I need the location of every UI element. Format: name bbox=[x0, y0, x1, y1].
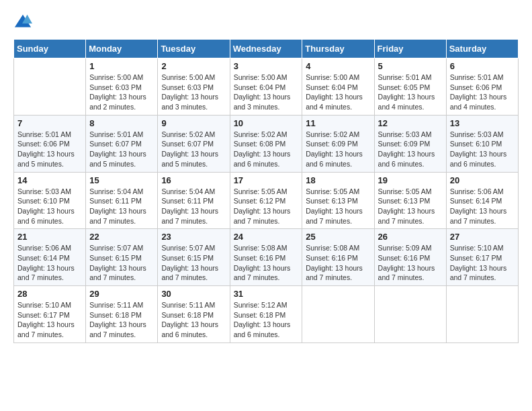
calendar-cell: 16Sunrise: 5:04 AMSunset: 6:11 PMDayligh… bbox=[158, 172, 230, 229]
day-number: 26 bbox=[378, 232, 443, 242]
cell-content: Sunrise: 5:05 AMSunset: 6:13 PMDaylight:… bbox=[378, 187, 443, 226]
calendar-cell bbox=[14, 58, 86, 116]
calendar-cell: 23Sunrise: 5:07 AMSunset: 6:15 PMDayligh… bbox=[158, 229, 230, 286]
cell-content: Sunrise: 5:03 AMSunset: 6:10 PMDaylight:… bbox=[450, 130, 515, 169]
calendar-cell: 3Sunrise: 5:00 AMSunset: 6:04 PMDaylight… bbox=[230, 58, 302, 116]
day-number: 19 bbox=[378, 175, 443, 185]
cell-content: Sunrise: 5:02 AMSunset: 6:08 PMDaylight:… bbox=[234, 130, 299, 169]
day-number: 31 bbox=[234, 289, 299, 299]
cell-content: Sunrise: 5:02 AMSunset: 6:09 PMDaylight:… bbox=[306, 130, 370, 169]
calendar-cell: 8Sunrise: 5:01 AMSunset: 6:07 PMDaylight… bbox=[86, 115, 158, 172]
calendar-cell: 30Sunrise: 5:11 AMSunset: 6:18 PMDayligh… bbox=[158, 286, 230, 343]
day-number: 5 bbox=[378, 61, 443, 71]
day-number: 22 bbox=[89, 232, 154, 242]
day-number: 13 bbox=[450, 118, 515, 128]
calendar-cell: 1Sunrise: 5:00 AMSunset: 6:03 PMDaylight… bbox=[86, 58, 158, 116]
cell-content: Sunrise: 5:05 AMSunset: 6:13 PMDaylight:… bbox=[306, 187, 370, 226]
day-number: 27 bbox=[450, 232, 515, 242]
calendar-cell: 2Sunrise: 5:00 AMSunset: 6:03 PMDaylight… bbox=[158, 58, 230, 116]
day-number: 25 bbox=[306, 232, 370, 242]
calendar-header-row: SundayMondayTuesdayWednesdayThursdayFrid… bbox=[14, 40, 519, 58]
calendar-cell: 28Sunrise: 5:10 AMSunset: 6:17 PMDayligh… bbox=[14, 286, 86, 343]
day-number: 7 bbox=[17, 118, 82, 128]
day-number: 4 bbox=[306, 61, 370, 71]
calendar-cell: 25Sunrise: 5:08 AMSunset: 6:16 PMDayligh… bbox=[302, 229, 374, 286]
calendar-week-row: 1Sunrise: 5:00 AMSunset: 6:03 PMDaylight… bbox=[14, 58, 519, 116]
calendar-cell bbox=[374, 286, 446, 343]
calendar-cell: 4Sunrise: 5:00 AMSunset: 6:04 PMDaylight… bbox=[302, 58, 374, 116]
calendar-cell: 9Sunrise: 5:02 AMSunset: 6:07 PMDaylight… bbox=[158, 115, 230, 172]
day-number: 30 bbox=[161, 289, 226, 299]
day-number: 24 bbox=[234, 232, 299, 242]
cell-content: Sunrise: 5:10 AMSunset: 6:17 PMDaylight:… bbox=[450, 243, 515, 283]
weekday-header: Monday bbox=[86, 40, 158, 58]
calendar-cell: 12Sunrise: 5:03 AMSunset: 6:09 PMDayligh… bbox=[374, 115, 446, 172]
cell-content: Sunrise: 5:08 AMSunset: 6:16 PMDaylight:… bbox=[234, 243, 299, 283]
day-number: 15 bbox=[89, 175, 154, 185]
day-number: 2 bbox=[161, 61, 226, 71]
calendar-cell: 14Sunrise: 5:03 AMSunset: 6:10 PMDayligh… bbox=[14, 172, 86, 229]
calendar-cell bbox=[446, 286, 518, 343]
day-number: 8 bbox=[89, 118, 154, 128]
cell-content: Sunrise: 5:10 AMSunset: 6:17 PMDaylight:… bbox=[17, 300, 82, 340]
calendar-cell: 24Sunrise: 5:08 AMSunset: 6:16 PMDayligh… bbox=[230, 229, 302, 286]
page-header bbox=[13, 13, 519, 32]
calendar-cell: 22Sunrise: 5:07 AMSunset: 6:15 PMDayligh… bbox=[86, 229, 158, 286]
cell-content: Sunrise: 5:02 AMSunset: 6:07 PMDaylight:… bbox=[161, 130, 226, 169]
calendar-week-row: 7Sunrise: 5:01 AMSunset: 6:06 PMDaylight… bbox=[14, 115, 519, 172]
cell-content: Sunrise: 5:00 AMSunset: 6:04 PMDaylight:… bbox=[306, 73, 370, 112]
weekday-header: Saturday bbox=[446, 40, 518, 58]
cell-content: Sunrise: 5:07 AMSunset: 6:15 PMDaylight:… bbox=[89, 243, 154, 283]
cell-content: Sunrise: 5:04 AMSunset: 6:11 PMDaylight:… bbox=[89, 187, 154, 226]
calendar-cell: 21Sunrise: 5:06 AMSunset: 6:14 PMDayligh… bbox=[14, 229, 86, 286]
calendar-cell: 10Sunrise: 5:02 AMSunset: 6:08 PMDayligh… bbox=[230, 115, 302, 172]
weekday-header: Tuesday bbox=[158, 40, 230, 58]
calendar-cell: 7Sunrise: 5:01 AMSunset: 6:06 PMDaylight… bbox=[14, 115, 86, 172]
cell-content: Sunrise: 5:01 AMSunset: 6:07 PMDaylight:… bbox=[89, 130, 154, 169]
day-number: 23 bbox=[161, 232, 226, 242]
calendar-cell: 18Sunrise: 5:05 AMSunset: 6:13 PMDayligh… bbox=[302, 172, 374, 229]
calendar-week-row: 28Sunrise: 5:10 AMSunset: 6:17 PMDayligh… bbox=[14, 286, 519, 343]
calendar-cell: 19Sunrise: 5:05 AMSunset: 6:13 PMDayligh… bbox=[374, 172, 446, 229]
calendar-week-row: 14Sunrise: 5:03 AMSunset: 6:10 PMDayligh… bbox=[14, 172, 519, 229]
weekday-header: Wednesday bbox=[230, 40, 302, 58]
cell-content: Sunrise: 5:12 AMSunset: 6:18 PMDaylight:… bbox=[234, 300, 299, 340]
cell-content: Sunrise: 5:05 AMSunset: 6:12 PMDaylight:… bbox=[234, 187, 299, 226]
calendar-cell: 17Sunrise: 5:05 AMSunset: 6:12 PMDayligh… bbox=[230, 172, 302, 229]
logo bbox=[13, 13, 35, 32]
calendar-week-row: 21Sunrise: 5:06 AMSunset: 6:14 PMDayligh… bbox=[14, 229, 519, 286]
cell-content: Sunrise: 5:03 AMSunset: 6:09 PMDaylight:… bbox=[378, 130, 443, 169]
cell-content: Sunrise: 5:03 AMSunset: 6:10 PMDaylight:… bbox=[17, 187, 82, 226]
day-number: 28 bbox=[17, 289, 82, 299]
cell-content: Sunrise: 5:09 AMSunset: 6:16 PMDaylight:… bbox=[378, 243, 443, 283]
cell-content: Sunrise: 5:04 AMSunset: 6:11 PMDaylight:… bbox=[161, 187, 226, 226]
day-number: 12 bbox=[378, 118, 443, 128]
cell-content: Sunrise: 5:11 AMSunset: 6:18 PMDaylight:… bbox=[161, 300, 226, 340]
cell-content: Sunrise: 5:01 AMSunset: 6:05 PMDaylight:… bbox=[378, 73, 443, 112]
day-number: 16 bbox=[161, 175, 226, 185]
cell-content: Sunrise: 5:01 AMSunset: 6:06 PMDaylight:… bbox=[450, 73, 515, 112]
calendar-cell bbox=[302, 286, 374, 343]
cell-content: Sunrise: 5:00 AMSunset: 6:03 PMDaylight:… bbox=[89, 73, 154, 112]
cell-content: Sunrise: 5:06 AMSunset: 6:14 PMDaylight:… bbox=[450, 187, 515, 226]
day-number: 18 bbox=[306, 175, 370, 185]
day-number: 10 bbox=[234, 118, 299, 128]
day-number: 14 bbox=[17, 175, 82, 185]
calendar-table: SundayMondayTuesdayWednesdayThursdayFrid… bbox=[13, 39, 519, 343]
calendar-cell: 26Sunrise: 5:09 AMSunset: 6:16 PMDayligh… bbox=[374, 229, 446, 286]
day-number: 3 bbox=[234, 61, 299, 71]
calendar-cell: 31Sunrise: 5:12 AMSunset: 6:18 PMDayligh… bbox=[230, 286, 302, 343]
calendar-cell: 15Sunrise: 5:04 AMSunset: 6:11 PMDayligh… bbox=[86, 172, 158, 229]
calendar-cell: 5Sunrise: 5:01 AMSunset: 6:05 PMDaylight… bbox=[374, 58, 446, 116]
weekday-header: Friday bbox=[374, 40, 446, 58]
cell-content: Sunrise: 5:08 AMSunset: 6:16 PMDaylight:… bbox=[306, 243, 370, 283]
day-number: 17 bbox=[234, 175, 299, 185]
cell-content: Sunrise: 5:07 AMSunset: 6:15 PMDaylight:… bbox=[161, 243, 226, 283]
day-number: 1 bbox=[89, 61, 154, 71]
cell-content: Sunrise: 5:11 AMSunset: 6:18 PMDaylight:… bbox=[89, 300, 154, 340]
calendar-cell: 6Sunrise: 5:01 AMSunset: 6:06 PMDaylight… bbox=[446, 58, 518, 116]
cell-content: Sunrise: 5:06 AMSunset: 6:14 PMDaylight:… bbox=[17, 243, 82, 283]
day-number: 29 bbox=[89, 289, 154, 299]
cell-content: Sunrise: 5:00 AMSunset: 6:03 PMDaylight:… bbox=[161, 73, 226, 112]
weekday-header: Sunday bbox=[14, 40, 86, 58]
